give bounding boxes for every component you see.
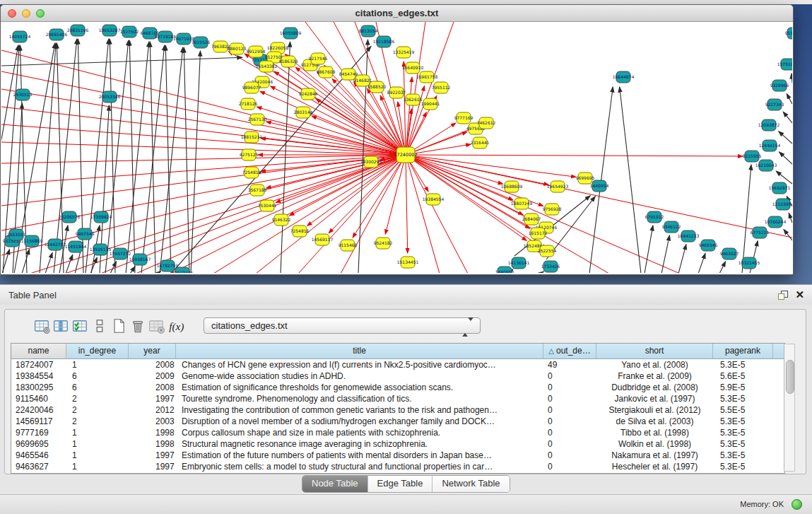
table-row[interactable]: 1830029562008Estimation of significance … — [11, 382, 784, 393]
table-cell: Embryonic stem cells: a model to study s… — [176, 461, 543, 472]
column-header-title[interactable]: title — [176, 344, 543, 358]
network-node-label: 7955112 — [432, 85, 451, 90]
network-node-label: 15134451 — [397, 259, 419, 264]
network-edge — [1, 50, 406, 155]
memory-ok-icon — [792, 499, 802, 510]
column-header-short[interactable]: short — [596, 344, 713, 358]
network-node-label: 8922037 — [387, 90, 406, 95]
scrollbar-thumb[interactable] — [786, 360, 794, 394]
network-node-label: 17240007 — [394, 152, 417, 158]
network-node-label: 9242844 — [299, 91, 318, 96]
table-row[interactable]: 946554611997Estimation of the future num… — [11, 450, 784, 461]
table-cell: Hescheler et al. (1997) — [596, 461, 713, 472]
network-edge — [126, 42, 149, 273]
delete-column-icon[interactable] — [129, 317, 146, 334]
table-row[interactable]: 1872400712008Changes of HCN gene express… — [11, 359, 784, 370]
create-column-icon[interactable] — [110, 317, 127, 334]
network-node-label: 18815211 — [241, 134, 263, 139]
column-header-out_de[interactable]: △out_de… — [543, 344, 596, 358]
network-node-label: 1527602 — [120, 29, 139, 34]
table-row[interactable]: 969969511998Structural magnetic resonanc… — [11, 438, 784, 450]
row-height-icon[interactable] — [91, 317, 108, 334]
zoom-window-icon[interactable] — [36, 9, 45, 18]
table-header-row: namein_degreeyeartitle△out_de…shortpager… — [11, 344, 784, 359]
network-node-label: 9997548 — [76, 231, 95, 236]
table-row[interactable]: 1456911722003Disruption of a novel membe… — [11, 416, 784, 427]
network-edge — [165, 45, 171, 273]
table-cell: 5.3E-5 — [713, 450, 773, 461]
network-edge — [385, 155, 406, 234]
network-node-label: 9524182 — [374, 240, 393, 245]
tab-edge-table[interactable]: Edge Table — [368, 476, 433, 492]
network-edge — [191, 51, 200, 273]
network-node-label: 2530513 — [13, 92, 33, 97]
table-cell: 14569117 — [11, 416, 66, 427]
table-cell: 1 — [66, 450, 129, 461]
table-row[interactable]: 911546021997Tourette syndrome. Phenomeno… — [11, 393, 784, 404]
close-window-icon[interactable] — [8, 9, 16, 18]
network-node-label: 10958167 — [129, 257, 151, 262]
table-cell: Changes of HCN gene expression and I(f) … — [176, 359, 543, 370]
network-node-label: 9896077 — [242, 85, 261, 90]
network-node-label: 1440953 — [495, 269, 514, 273]
network-node-label: 2803144 — [294, 110, 313, 115]
network-node-label: 7462612 — [477, 120, 496, 125]
table-cell: 9777169 — [11, 427, 66, 438]
table-cell: 9465546 — [11, 450, 66, 461]
delete-table-icon[interactable] — [148, 317, 165, 334]
network-view-canvas[interactable]: 1724000714055724206914062083119610653287… — [1, 22, 792, 273]
cytoscape-network-desktop: citations_edges.txt 17240007140557242069… — [0, 4, 812, 284]
network-node-label: 8860123 — [228, 46, 247, 51]
close-panel-icon[interactable]: ✕ — [795, 288, 804, 301]
network-node-label: 12093872 — [758, 122, 780, 127]
table-cell: Franke et al. (2009) — [596, 370, 713, 382]
table-row[interactable]: 946362711997Embryonic stem cells: a mode… — [11, 461, 784, 472]
network-node-label: 9217546 — [309, 56, 328, 61]
network-node-label: 16055809 — [280, 30, 302, 35]
table-cell: 5.6E-5 — [713, 370, 773, 382]
function-builder-icon[interactable]: f(x) — [167, 317, 184, 334]
table-cell: Tourette syndrome. Phenomenology and cla… — [176, 393, 543, 404]
network-node-label: 20206576 — [59, 214, 81, 219]
network-edge — [1, 89, 406, 155]
network-node-label: 1615172 — [529, 230, 548, 235]
network-edge — [779, 132, 792, 144]
network-edge — [787, 93, 792, 104]
network-edge — [22, 249, 30, 273]
network-edge — [171, 155, 406, 273]
network-node-label: 1733426 — [541, 264, 560, 269]
table-row[interactable]: 2242004622012Investigating the contribut… — [11, 404, 784, 416]
minimize-window-icon[interactable] — [22, 9, 30, 18]
column-header-in_degree[interactable]: in_degree — [66, 344, 129, 358]
network-node-label: 7254815 — [242, 170, 261, 175]
column-header-year[interactable]: year — [129, 344, 176, 358]
network-node-label: 4275125 — [240, 152, 259, 157]
table-row[interactable]: 1938455462009Genome-wide association stu… — [11, 370, 784, 382]
column-header-name[interactable]: name — [11, 344, 66, 358]
table-cell: 1 — [66, 359, 129, 370]
table-cell: 5.3E-5 — [713, 393, 773, 404]
network-edge — [792, 74, 792, 83]
table-cell: 5.3E-5 — [713, 359, 773, 370]
network-window-titlebar[interactable]: citations_edges.txt — [1, 5, 793, 22]
network-node-label: 12103954 — [772, 201, 792, 206]
tab-node-table[interactable]: Node Table — [302, 476, 368, 492]
network-node-label: 8912954 — [247, 49, 266, 54]
table-selector-dropdown[interactable]: citations_edges.txt — [204, 317, 481, 334]
table-mode-icon[interactable] — [34, 317, 51, 334]
table-cell: 0 — [543, 370, 596, 382]
show-columns-icon[interactable] — [53, 317, 70, 334]
network-node-label: 13325419 — [393, 49, 415, 54]
table-vertical-scrollbar[interactable] — [784, 344, 795, 472]
network-node-label: 16941233 — [678, 233, 700, 238]
dropdown-arrows-icon — [462, 321, 473, 334]
network-node-label: 2684067 — [522, 216, 541, 221]
tab-network-table[interactable]: Network Table — [433, 476, 509, 492]
table-cell: Dudbridge et al. (2008) — [596, 382, 713, 393]
float-panel-icon[interactable] — [778, 291, 788, 300]
table-row[interactable]: 977716911998Corpus callosum shape and si… — [11, 427, 784, 438]
network-node-label: 9777169 — [454, 115, 473, 120]
network-node-label: 10321455 — [739, 260, 760, 265]
select-all-rows-icon[interactable] — [72, 317, 89, 334]
column-header-pagerank[interactable]: pagerank — [713, 344, 773, 358]
